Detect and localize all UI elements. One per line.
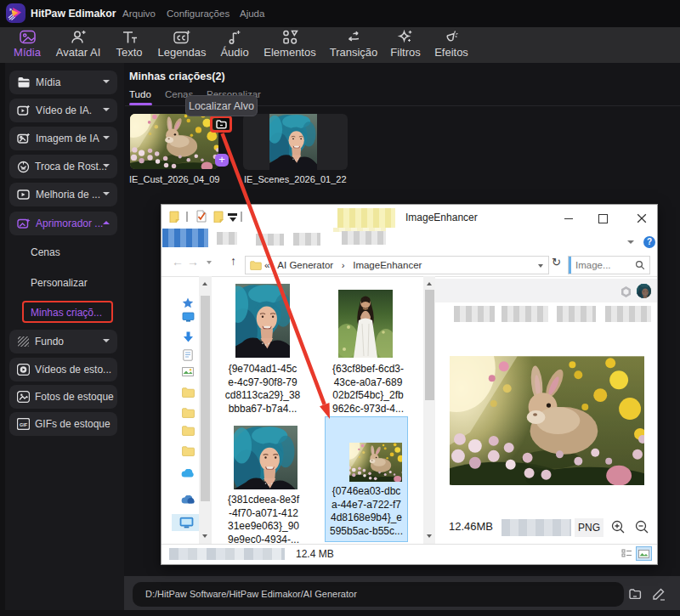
svg-text:GIF: GIF bbox=[20, 422, 28, 427]
